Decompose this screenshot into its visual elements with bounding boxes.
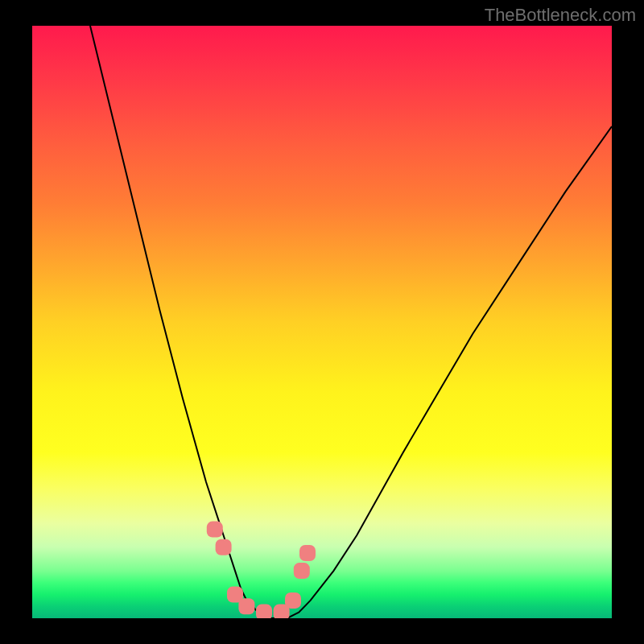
- plot-background: [32, 26, 612, 618]
- watermark-text: TheBottleneck.com: [485, 5, 636, 26]
